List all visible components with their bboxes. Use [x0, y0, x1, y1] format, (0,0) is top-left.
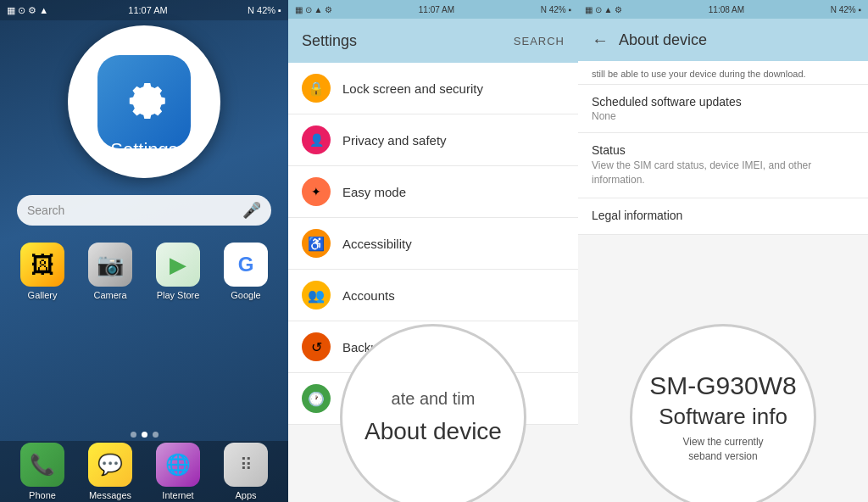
magnify-circle-about: SM-G930W8 Software info View the current…	[630, 324, 816, 502]
magnify-model: SM-G930W8	[649, 371, 796, 400]
settings-screen-title: Settings	[302, 32, 357, 50]
back-arrow-icon[interactable]: ←	[592, 31, 609, 50]
magnify-line1: ate and tim	[364, 388, 502, 410]
settings-item-lock[interactable]: 🔒 Lock screen and security	[288, 63, 578, 114]
magnify-text-settings: ate and tim About device	[348, 388, 519, 447]
gallery-icon: 🖼	[20, 243, 64, 287]
privacy-icon: 👤	[302, 126, 331, 154]
camera-label: Camera	[93, 290, 126, 300]
camera-icon: 📷	[88, 243, 132, 287]
about-device-panel: ▦ ⊙ ▲ ⚙ 11:08 AM N 42% ▪ ← About device …	[578, 0, 868, 502]
status-title: Status	[592, 143, 854, 157]
scheduled-title: Scheduled software updates	[592, 95, 854, 109]
settings-item-accessibility[interactable]: ♿ Accessibility	[288, 218, 578, 270]
app-gallery[interactable]: 🖼 Gallery	[17, 243, 68, 300]
app-messages[interactable]: 💬 Messages	[85, 443, 136, 500]
google-icon: G	[224, 243, 268, 287]
app-google[interactable]: G Google	[220, 243, 271, 300]
magnify-sw-sub: View the currentlyseband version	[682, 435, 763, 464]
playstore-label: Play Store	[157, 290, 200, 300]
mic-icon[interactable]: 🎤	[242, 201, 261, 220]
about-content: still be able to use your device during …	[578, 61, 868, 235]
accessibility-icon: ♿	[302, 229, 331, 258]
date-icon: 🕐	[302, 384, 331, 413]
settings-app-label: Settings	[68, 139, 220, 161]
nav-dots	[0, 432, 288, 438]
lock-icon: 🔒	[302, 74, 331, 103]
nav-dot-2	[142, 432, 147, 438]
time-home: 11:07 AM	[128, 5, 167, 15]
messages-label: Messages	[89, 490, 131, 500]
signal-battery-about: N 42% ▪	[831, 5, 861, 14]
easy-icon: ✦	[302, 177, 331, 206]
dock-bar: 📞 Phone 💬 Messages 🌐 Internet ⠿ Apps	[0, 441, 288, 502]
about-item-scheduled[interactable]: Scheduled software updates None	[578, 85, 868, 133]
apps-icon: ⠿	[224, 443, 268, 487]
magnify-sw-title: Software info	[659, 404, 787, 430]
settings-item-easy[interactable]: ✦ Easy mode	[288, 166, 578, 218]
magnify-line2: About device	[364, 416, 502, 447]
internet-icon: 🌐	[156, 443, 200, 487]
app-playstore[interactable]: ▶ Play Store	[153, 243, 203, 300]
signal-battery: N 42% ▪	[248, 5, 281, 15]
gallery-label: Gallery	[28, 290, 58, 300]
accounts-icon: 👥	[302, 281, 331, 310]
phone-icon: 📞	[20, 443, 64, 487]
easy-label: Easy mode	[342, 185, 406, 199]
settings-search-button[interactable]: SEARCH	[514, 35, 565, 47]
google-label: Google	[231, 290, 260, 300]
notification-icons: ▦ ⊙ ⚙ ▲	[7, 5, 48, 16]
time-settings: 11:07 AM	[419, 5, 454, 14]
time-about: 11:08 AM	[709, 5, 744, 14]
search-bar-text: Search	[27, 204, 242, 217]
about-item-legal[interactable]: Legal information	[578, 198, 868, 235]
status-icons-left-settings: ▦ ⊙ ▲ ⚙	[295, 5, 332, 14]
gear-icon	[114, 72, 174, 131]
status-icons-right: N 42% ▪	[248, 5, 281, 15]
status-bar-home: ▦ ⊙ ⚙ ▲ 11:07 AM N 42% ▪	[0, 0, 288, 20]
backup-icon: ↺	[302, 332, 331, 361]
app-phone[interactable]: 📞 Phone	[17, 443, 68, 500]
phone-label: Phone	[29, 490, 56, 500]
scheduled-value: None	[592, 110, 854, 122]
search-bar[interactable]: Search 🎤	[17, 195, 271, 226]
accounts-label: Accounts	[342, 288, 395, 303]
internet-label: Internet	[162, 490, 193, 500]
nav-dot-3	[153, 432, 159, 438]
about-screen-title: About device	[619, 31, 707, 49]
home-screen: ▦ ⊙ ⚙ ▲ 11:07 AM N 42% ▪ Settings Search…	[0, 0, 288, 502]
app-apps[interactable]: ⠿ Apps	[220, 443, 271, 500]
messages-icon: 💬	[88, 443, 132, 487]
lock-label: Lock screen and security	[342, 81, 483, 96]
settings-item-accounts[interactable]: 👥 Accounts	[288, 270, 578, 321]
legal-title: Legal information	[592, 209, 854, 222]
status-sub: View the SIM card status, device IMEI, a…	[592, 159, 854, 187]
status-bar-settings: ▦ ⊙ ▲ ⚙ 11:07 AM N 42% ▪	[288, 0, 578, 19]
about-header: ← About device	[578, 19, 868, 61]
status-icons-left-about: ▦ ⊙ ▲ ⚙	[585, 5, 622, 14]
settings-panel: ▦ ⊙ ▲ ⚙ 11:07 AM N 42% ▪ Settings SEARCH…	[288, 0, 578, 502]
status-icons-left: ▦ ⊙ ⚙ ▲	[7, 5, 48, 16]
about-top-note: still be able to use your device during …	[578, 61, 868, 85]
app-row-1: 🖼 Gallery 📷 Camera ▶ Play Store G	[8, 243, 280, 300]
settings-app-circle[interactable]: Settings	[68, 25, 220, 178]
settings-header: Settings SEARCH	[288, 19, 578, 63]
apps-label: Apps	[235, 490, 256, 500]
nav-dot-1	[131, 432, 136, 438]
accessibility-label: Accessibility	[342, 237, 412, 251]
privacy-label: Privacy and safety	[342, 133, 447, 148]
settings-icon-bg	[97, 55, 191, 148]
status-bar-about: ▦ ⊙ ▲ ⚙ 11:08 AM N 42% ▪	[578, 0, 868, 19]
magnify-circle-settings: ate and tim About device	[340, 324, 526, 502]
app-camera[interactable]: 📷 Camera	[85, 243, 136, 300]
app-internet[interactable]: 🌐 Internet	[153, 443, 203, 500]
about-item-status[interactable]: Status View the SIM card status, device …	[578, 133, 868, 198]
playstore-icon: ▶	[156, 243, 200, 287]
signal-battery-settings: N 42% ▪	[541, 5, 571, 14]
app-grid: 🖼 Gallery 📷 Camera ▶ Play Store G	[0, 243, 288, 312]
settings-item-privacy[interactable]: 👤 Privacy and safety	[288, 114, 578, 166]
